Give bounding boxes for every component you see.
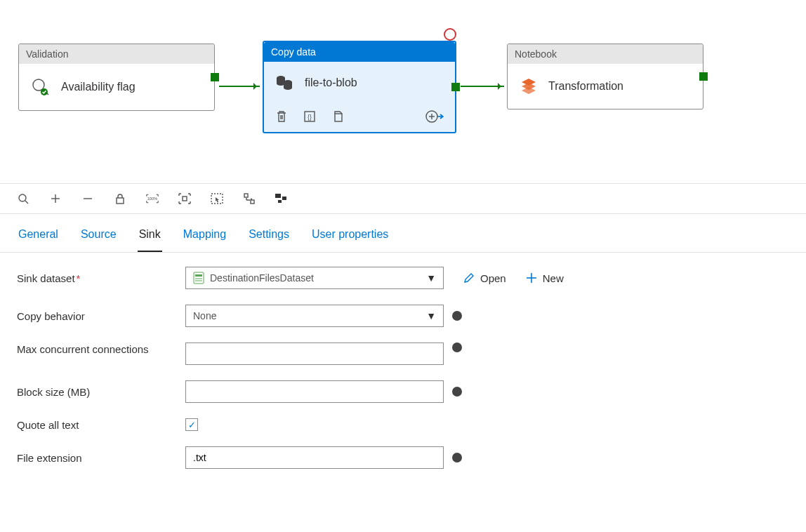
copy-behavior-select[interactable]: None ▼ (185, 305, 444, 327)
output-port[interactable] (211, 73, 219, 81)
fit-screen-icon[interactable] (178, 192, 191, 205)
file-extension-label: File extension (17, 452, 185, 464)
magnifier-check-icon (30, 77, 51, 98)
search-icon[interactable] (17, 192, 29, 205)
database-copy-icon (275, 74, 295, 91)
add-icon[interactable] (49, 192, 62, 205)
tab-settings[interactable]: Settings (247, 224, 291, 252)
svg-rect-25 (278, 200, 282, 203)
sink-dataset-label: Sink dataset* (17, 272, 185, 284)
svg-rect-23 (275, 194, 281, 198)
svg-rect-27 (195, 274, 202, 277)
add-next-icon[interactable] (425, 109, 444, 124)
status-indicator-icon (444, 28, 456, 41)
block-size-label: Block size (MB) (17, 386, 185, 398)
dataset-icon (193, 272, 204, 284)
databricks-icon (519, 77, 539, 96)
zoom-100-icon[interactable]: 100% (146, 192, 159, 205)
tab-general[interactable]: General (17, 224, 60, 252)
align-icon[interactable] (275, 192, 288, 205)
tab-user-properties[interactable]: User properties (310, 224, 390, 252)
sink-dataset-select[interactable]: DestinationFilesDataset ▼ (185, 267, 444, 289)
pipeline-canvas[interactable]: Validation Availability flag Copy data (0, 0, 806, 184)
node-validation[interactable]: Validation Availability flag (18, 44, 215, 111)
node-header: Copy data (264, 42, 455, 62)
node-header: Validation (19, 44, 214, 64)
lock-icon[interactable] (114, 192, 126, 205)
node-header: Notebook (508, 44, 703, 64)
svg-point-0 (33, 79, 44, 91)
svg-rect-17 (117, 198, 124, 204)
connector-arrow (219, 86, 260, 87)
canvas-toolbar: 100% (0, 184, 806, 214)
copy-behavior-label: Copy behavior (17, 310, 185, 322)
info-icon[interactable] (452, 453, 462, 463)
quote-all-checkbox[interactable]: ✓ (185, 418, 198, 431)
svg-text:100%: 100% (147, 197, 158, 201)
quote-all-label: Quote all text (17, 419, 185, 431)
node-copy-data[interactable]: Copy data file-to-blob {} (263, 41, 456, 133)
output-port[interactable] (451, 83, 460, 91)
svg-rect-26 (194, 272, 204, 284)
max-connections-label: Max concurrent connections (17, 343, 185, 357)
info-icon[interactable] (452, 311, 462, 321)
delete-icon[interactable] (275, 110, 288, 123)
open-button[interactable]: Open (463, 272, 506, 284)
info-icon[interactable] (452, 387, 462, 397)
select-icon[interactable] (211, 192, 223, 205)
tab-source[interactable]: Source (79, 224, 118, 252)
connector-arrow (461, 86, 504, 87)
node-title: Availability flag (61, 81, 136, 93)
pencil-icon (463, 272, 475, 284)
chevron-down-icon: ▼ (426, 272, 436, 284)
svg-text:{}: {} (308, 114, 312, 121)
node-notebook[interactable]: Notebook Transformation (507, 44, 703, 109)
plus-icon (526, 272, 537, 284)
svg-point-12 (19, 194, 26, 201)
output-port[interactable] (699, 72, 708, 81)
new-button[interactable]: New (526, 272, 564, 284)
remove-icon[interactable] (81, 192, 94, 205)
node-title: file-to-blob (305, 77, 357, 89)
auto-arrange-icon[interactable] (243, 192, 256, 205)
code-icon[interactable]: {} (303, 110, 316, 123)
svg-line-13 (25, 201, 28, 204)
property-tabs: General Source Sink Mapping Settings Use… (0, 214, 806, 253)
tab-mapping[interactable]: Mapping (182, 224, 227, 252)
node-title: Transformation (548, 80, 623, 93)
chevron-down-icon: ▼ (426, 310, 436, 321)
file-extension-input[interactable] (185, 446, 444, 469)
svg-rect-24 (282, 197, 286, 200)
svg-rect-21 (244, 194, 248, 197)
info-icon[interactable] (452, 343, 462, 352)
svg-rect-7 (335, 114, 342, 121)
clone-icon[interactable] (331, 110, 344, 123)
block-size-input[interactable] (185, 380, 444, 403)
sink-form: Sink dataset* DestinationFilesDataset ▼ … (0, 253, 806, 498)
max-connections-input[interactable] (185, 343, 444, 365)
tab-sink[interactable]: Sink (138, 224, 162, 252)
svg-rect-19 (183, 197, 187, 201)
svg-rect-22 (251, 200, 254, 204)
